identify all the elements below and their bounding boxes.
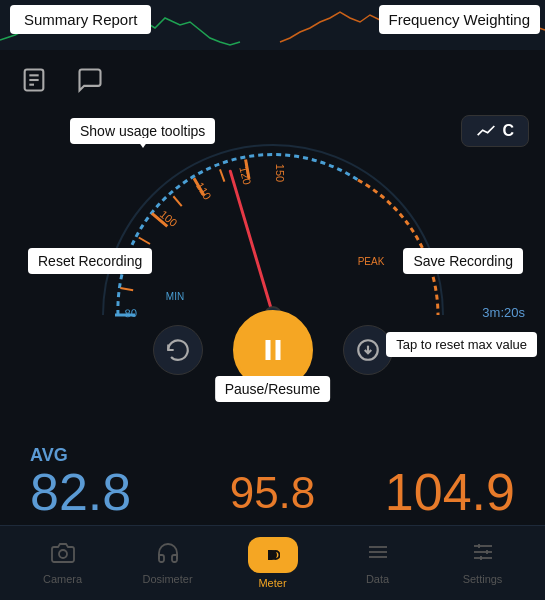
svg-line-30: [219, 169, 223, 181]
nav-data[interactable]: Data: [348, 541, 408, 585]
svg-line-24: [120, 288, 133, 290]
bottom-nav: Camera Dosimeter Meter: [0, 525, 545, 600]
graph-mode-label: C: [502, 122, 514, 140]
svg-line-49: [230, 169, 273, 318]
current-value: 95.8: [230, 468, 316, 518]
peak-stat: 104.9: [385, 466, 515, 518]
tap-to-reset-tooltip: Tap to reset max value: [386, 332, 537, 357]
avg-stat: AVG 82.8: [30, 445, 131, 518]
reset-button[interactable]: [153, 325, 203, 375]
nav-data-label: Data: [366, 573, 389, 585]
svg-text:150: 150: [274, 164, 286, 182]
peak-value: 104.9: [385, 466, 515, 518]
svg-rect-52: [275, 340, 280, 360]
pause-resume-tooltip: Pause/Resume: [215, 376, 331, 402]
avg-value: 82.8: [30, 466, 131, 518]
nav-meter-label: Meter: [258, 577, 286, 589]
data-icon: [366, 541, 390, 569]
nav-camera-label: Camera: [43, 573, 82, 585]
meter-icon-bg: [248, 537, 298, 573]
reset-recording-tooltip: Reset Recording: [28, 248, 152, 274]
freq-weighting-button[interactable]: Frequency Weighting: [379, 5, 540, 34]
nav-settings-label: Settings: [463, 573, 503, 585]
svg-text:120: 120: [237, 165, 253, 186]
nav-settings[interactable]: Settings: [453, 541, 513, 585]
svg-rect-51: [265, 340, 270, 360]
icon-toolbar: C: [0, 55, 545, 105]
report-icon-button[interactable]: [16, 62, 52, 98]
svg-line-28: [173, 196, 181, 206]
nav-dosimeter[interactable]: Dosimeter: [138, 541, 198, 585]
svg-text:80: 80: [124, 307, 137, 319]
timer-display: 3m:20s: [482, 305, 525, 320]
camera-icon: [51, 541, 75, 569]
dosimeter-icon: [156, 541, 180, 569]
show-usage-tooltip: Show usage tooltips: [70, 118, 215, 144]
nav-dosimeter-label: Dosimeter: [142, 573, 192, 585]
stats-row: AVG 82.8 95.8 104.9: [0, 445, 545, 518]
svg-point-55: [59, 550, 67, 558]
chat-icon-button[interactable]: [72, 62, 108, 98]
save-recording-tooltip: Save Recording: [403, 248, 523, 274]
settings-icon: [471, 541, 495, 569]
svg-text:PEAK: PEAK: [357, 256, 384, 267]
svg-line-26: [138, 238, 149, 245]
svg-text:100: 100: [157, 208, 179, 229]
nav-meter[interactable]: Meter: [243, 537, 303, 589]
summary-report-button[interactable]: Summary Report: [10, 5, 151, 34]
meter-db-icon: [266, 548, 280, 562]
save-button[interactable]: [343, 325, 393, 375]
nav-camera[interactable]: Camera: [33, 541, 93, 585]
svg-text:MIN: MIN: [165, 291, 183, 302]
